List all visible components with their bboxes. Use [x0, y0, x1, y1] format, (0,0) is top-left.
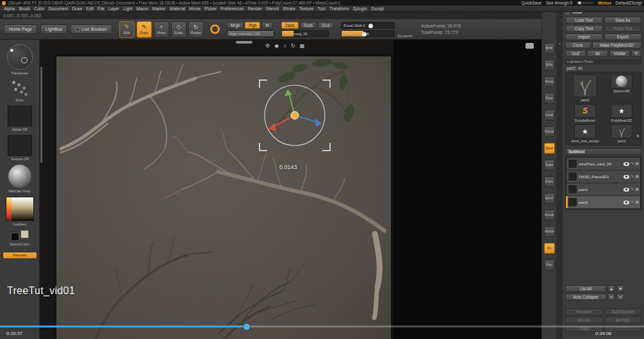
- collapse-right-button[interactable]: »: [616, 294, 624, 301]
- see-through-slider[interactable]: [577, 2, 593, 4]
- menu-item-alpha[interactable]: Alpha: [4, 6, 15, 11]
- color-picker[interactable]: [6, 197, 34, 221]
- move-mode-button[interactable]: +Move: [154, 21, 169, 38]
- stroke-dots-icon[interactable]: [11, 80, 29, 97]
- shelf-button-floor[interactable]: Floor: [544, 93, 555, 104]
- edit-mode-button[interactable]: ✎Edit: [119, 21, 135, 38]
- gizmo-y-cone[interactable]: [285, 89, 292, 96]
- texture-swatch[interactable]: [8, 135, 32, 156]
- subtool-section-header[interactable]: Subtool: [565, 148, 641, 155]
- alpha-swatch[interactable]: [8, 106, 32, 126]
- canvas-v-scrollbar[interactable]: [40, 67, 42, 163]
- tool-thumb-part2-small[interactable]: part2 6: [604, 124, 639, 143]
- tree-branch-large[interactable]: [161, 129, 384, 318]
- rgb-intensity-slider[interactable]: Rgb Intensity 100: [227, 30, 274, 37]
- gizmo-target-icon[interactable]: ◉: [274, 43, 279, 49]
- shelf-button-bpr[interactable]: BPR: [544, 43, 555, 54]
- import-button[interactable]: Import: [565, 33, 603, 40]
- gizmo-z-cone[interactable]: [315, 119, 322, 127]
- subtool-row-selected[interactable]: part2 ✎ ▦: [566, 196, 640, 208]
- canvas-scrollbar-corner[interactable]: [525, 43, 534, 49]
- z-intensity-slider[interactable]: Z Intensity 25: [281, 30, 329, 37]
- export-button[interactable]: Export: [604, 33, 642, 40]
- transpose-gizmo[interactable]: [260, 80, 330, 151]
- tool-thumb-simplebrush[interactable]: S SimpleBrush: [568, 104, 602, 122]
- tree-branch-top-left[interactable]: [61, 64, 220, 169]
- menu-item-draw[interactable]: Draw: [72, 6, 82, 11]
- video-progress-bar[interactable]: [0, 326, 247, 327]
- polypaint-grid-icon[interactable]: ▦: [635, 174, 639, 179]
- visibility-eye-icon[interactable]: [623, 201, 629, 204]
- polypaint-grid-icon[interactable]: ▦: [635, 187, 639, 192]
- subtool-down-button[interactable]: ▼: [616, 285, 624, 292]
- paint-icon[interactable]: ✎: [631, 187, 634, 192]
- shelf-button-scroll[interactable]: Scroll: [544, 193, 555, 204]
- see-through-label[interactable]: See-through 0: [546, 1, 572, 5]
- tool-thumb-polymesh3d[interactable]: ★ PolyMesh3D: [604, 104, 639, 122]
- draw-mode-button[interactable]: ✎Draw: [136, 21, 152, 38]
- draw-size-slider[interactable]: Draw Size 108: [341, 30, 395, 37]
- r-button[interactable]: R: [631, 50, 641, 57]
- zsub-button[interactable]: Zsub: [300, 22, 317, 29]
- gizmo-center-handle[interactable]: [291, 112, 299, 119]
- focal-shift-knob[interactable]: [368, 24, 373, 28]
- tool-thumb-part2[interactable]: part2: [568, 74, 602, 102]
- collapse-left-button[interactable]: «: [607, 294, 615, 301]
- visibility-eye-icon[interactable]: [623, 188, 629, 192]
- menu-item-tool[interactable]: Tool: [317, 6, 325, 11]
- gizmo-x-cone[interactable]: [268, 123, 276, 131]
- menu-item-preferences[interactable]: Preferences: [220, 6, 244, 11]
- shelf-button-move[interactable]: Move: [544, 143, 555, 154]
- menu-item-zscript[interactable]: Zscript: [371, 6, 384, 11]
- visible-button[interactable]: Visible: [609, 50, 630, 57]
- visibility-eye-icon[interactable]: [623, 175, 629, 179]
- menu-item-zplugin[interactable]: Zplugin: [352, 6, 367, 11]
- menu-item-texture[interactable]: Texture: [299, 6, 313, 11]
- canvas-viewport[interactable]: ⚙ ◉ ⌂ ↻ ▦: [40, 40, 541, 339]
- gizmo-home-icon[interactable]: ⌂: [283, 43, 286, 49]
- canvas-h-scrollbar[interactable]: [236, 41, 252, 44]
- menu-item-marker[interactable]: Marker: [153, 6, 166, 11]
- menus-button[interactable]: Menus: [598, 1, 611, 5]
- all-high-button[interactable]: All High: [604, 317, 642, 324]
- shelf-button-persp[interactable]: Persp: [544, 76, 555, 87]
- m-button[interactable]: M: [261, 22, 272, 29]
- collapse-panel-icon[interactable]: ‹: [556, 41, 563, 47]
- paint-icon[interactable]: ✎: [631, 174, 634, 179]
- document-canvas[interactable]: 0.0143: [56, 56, 391, 339]
- menu-item-light[interactable]: Light: [123, 6, 133, 11]
- menu-item-layer[interactable]: Layer: [108, 6, 119, 11]
- live-boolean-button[interactable]: Live Boolean: [70, 24, 111, 34]
- tree-branch-bottom-center[interactable]: [218, 263, 315, 339]
- shelf-button-pan[interactable]: Pan: [544, 260, 555, 270]
- material-sphere-icon[interactable]: [8, 165, 31, 188]
- shelf-button-fit[interactable]: Fit: [544, 243, 555, 254]
- shelf-button-spix[interactable]: SPix: [544, 60, 555, 70]
- menu-item-stencil[interactable]: Stencil: [266, 6, 279, 11]
- video-scrubber-handle[interactable]: [244, 324, 250, 330]
- all-button[interactable]: All: [587, 50, 607, 57]
- save-as-button[interactable]: Save As: [604, 17, 642, 24]
- lightbox-button[interactable]: LightBox: [40, 24, 67, 34]
- primary-color-swatch[interactable]: [11, 233, 19, 241]
- draw-size-knob[interactable]: [362, 32, 367, 37]
- lightbox-tools-label[interactable]: Lightbox>Tools: [565, 59, 641, 65]
- all-low-button[interactable]: All Low: [565, 317, 603, 324]
- subtool-row[interactable]: windTree_card_03 ✎ ▦: [566, 158, 640, 170]
- gizmo-reset-icon[interactable]: ↻: [291, 43, 295, 49]
- copy-tool-button[interactable]: Copy Tool: [565, 25, 603, 32]
- secondary-color-swatch[interactable]: [21, 230, 29, 238]
- menu-item-material[interactable]: Material: [170, 6, 185, 11]
- auto-reorder-button[interactable]: AutoReorder: [604, 308, 642, 315]
- scale-mode-button[interactable]: ◇Scale: [171, 21, 186, 38]
- shelf-button-actual[interactable]: Actual: [544, 210, 555, 220]
- shelf-button-zoom[interactable]: Zoom: [544, 176, 555, 187]
- menu-item-color[interactable]: Color: [34, 6, 44, 11]
- shelf-button-aahalf[interactable]: AAHalf: [544, 226, 555, 237]
- focal-shift-slider[interactable]: Focal Shift 0: [341, 22, 395, 29]
- menu-item-macro[interactable]: Macro: [136, 6, 149, 11]
- menu-item-document[interactable]: Document: [48, 6, 68, 11]
- menu-item-stroke[interactable]: Stroke: [283, 6, 295, 11]
- make-polymesh3d-button[interactable]: Make PolyMesh3D: [592, 42, 641, 49]
- switch-color-widget[interactable]: [10, 230, 29, 241]
